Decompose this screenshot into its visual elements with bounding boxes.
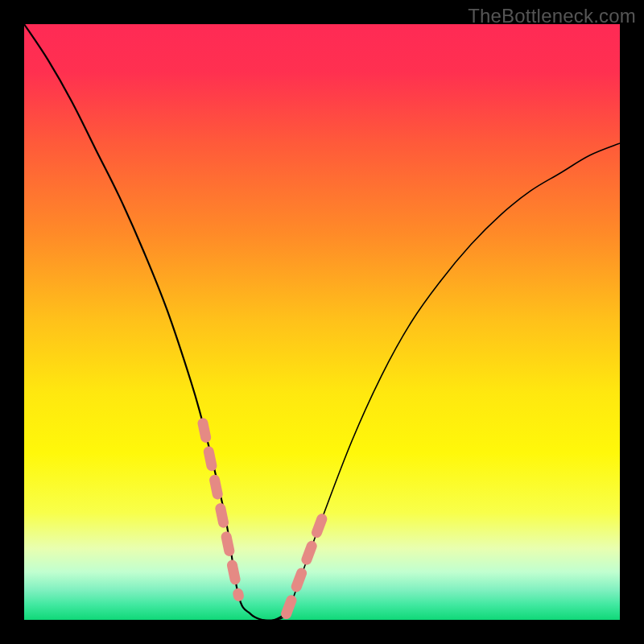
watermark-text: TheBottleneck.com [468,5,636,27]
chart-outer-frame: TheBottleneck.com [0,0,644,644]
highlight-dash-left [203,423,238,597]
bottleneck-curve-left [24,24,287,620]
curve-layer [24,24,620,620]
plot-area [24,24,620,620]
